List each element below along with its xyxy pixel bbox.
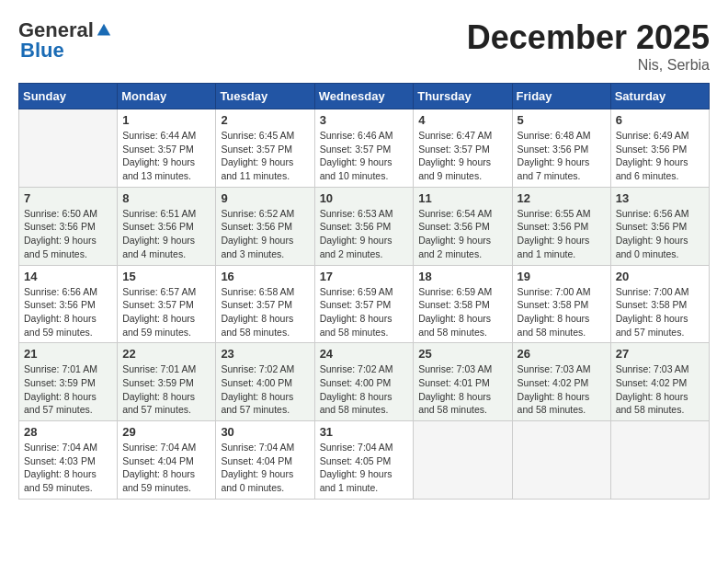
calendar-cell: 13Sunrise: 6:56 AM Sunset: 3:56 PM Dayli… [610,187,709,265]
cell-info: Sunrise: 6:54 AM Sunset: 3:56 PM Dayligh… [418,207,506,261]
calendar-week-row: 1Sunrise: 6:44 AM Sunset: 3:57 PM Daylig… [19,109,710,188]
calendar-week-row: 21Sunrise: 7:01 AM Sunset: 3:59 PM Dayli… [19,343,710,421]
day-number: 16 [221,270,309,283]
day-number: 21 [24,347,112,361]
day-number: 6 [616,113,704,127]
cell-info: Sunrise: 6:56 AM Sunset: 3:56 PM Dayligh… [24,285,112,339]
calendar-header-row: SundayMondayTuesdayWednesdayThursdayFrid… [19,84,710,109]
calendar-cell: 5Sunrise: 6:48 AM Sunset: 3:56 PM Daylig… [512,109,610,188]
calendar-cell: 24Sunrise: 7:02 AM Sunset: 4:00 PM Dayli… [314,343,414,421]
calendar-cell: 22Sunrise: 7:01 AM Sunset: 3:59 PM Dayli… [118,343,216,421]
calendar-cell: 30Sunrise: 7:04 AM Sunset: 4:04 PM Dayli… [216,421,314,500]
cell-info: Sunrise: 7:02 AM Sunset: 4:00 PM Dayligh… [221,362,309,417]
calendar-cell: 3Sunrise: 6:46 AM Sunset: 3:57 PM Daylig… [314,109,414,188]
cell-info: Sunrise: 6:49 AM Sunset: 3:56 PM Dayligh… [616,129,704,183]
day-number: 10 [320,191,409,205]
calendar-cell: 9Sunrise: 6:52 AM Sunset: 3:56 PM Daylig… [216,187,314,265]
calendar-cell: 21Sunrise: 7:01 AM Sunset: 3:59 PM Dayli… [19,343,118,421]
day-number: 28 [24,425,112,439]
calendar-cell: 27Sunrise: 7:03 AM Sunset: 4:02 PM Dayli… [610,343,709,421]
col-header-tuesday: Tuesday [216,84,314,109]
calendar-cell: 15Sunrise: 6:57 AM Sunset: 3:57 PM Dayli… [118,265,216,343]
calendar-table: SundayMondayTuesdayWednesdayThursdayFrid… [18,83,710,500]
calendar-cell: 25Sunrise: 7:03 AM Sunset: 4:01 PM Dayli… [414,343,512,421]
cell-info: Sunrise: 6:58 AM Sunset: 3:57 PM Dayligh… [221,285,309,339]
day-number: 1 [122,113,210,127]
day-number: 15 [122,270,210,283]
cell-info: Sunrise: 7:00 AM Sunset: 3:58 PM Dayligh… [616,285,704,339]
cell-info: Sunrise: 6:52 AM Sunset: 3:56 PM Dayligh… [221,207,309,261]
col-header-wednesday: Wednesday [314,84,414,109]
col-header-thursday: Thursday [414,84,512,109]
col-header-monday: Monday [118,84,216,109]
calendar-week-row: 14Sunrise: 6:56 AM Sunset: 3:56 PM Dayli… [19,265,710,343]
day-number: 19 [518,270,606,283]
calendar-cell: 6Sunrise: 6:49 AM Sunset: 3:56 PM Daylig… [610,109,709,188]
cell-info: Sunrise: 6:48 AM Sunset: 3:56 PM Dayligh… [518,129,606,183]
cell-info: Sunrise: 7:01 AM Sunset: 3:59 PM Dayligh… [122,362,210,417]
cell-info: Sunrise: 6:46 AM Sunset: 3:57 PM Dayligh… [320,129,409,183]
calendar-cell: 19Sunrise: 7:00 AM Sunset: 3:58 PM Dayli… [512,265,610,343]
month-title: December 2025 [467,18,710,57]
day-number: 29 [122,425,210,439]
cell-info: Sunrise: 6:51 AM Sunset: 3:56 PM Dayligh… [122,207,210,261]
day-number: 3 [320,113,409,127]
cell-info: Sunrise: 6:47 AM Sunset: 3:57 PM Dayligh… [418,129,506,183]
calendar-week-row: 7Sunrise: 6:50 AM Sunset: 3:56 PM Daylig… [19,187,710,265]
cell-info: Sunrise: 6:57 AM Sunset: 3:57 PM Dayligh… [122,285,210,339]
calendar-cell: 28Sunrise: 7:04 AM Sunset: 4:03 PM Dayli… [19,421,118,500]
day-number: 27 [616,347,704,361]
calendar-cell [610,421,709,500]
day-number: 22 [122,347,210,361]
logo: General Blue [18,18,112,63]
calendar-cell: 26Sunrise: 7:03 AM Sunset: 4:02 PM Dayli… [512,343,610,421]
day-number: 14 [24,270,112,283]
day-number: 24 [320,347,409,361]
logo-icon [96,22,112,39]
day-number: 20 [616,270,704,283]
location: Nis, Serbia [467,57,710,74]
calendar-cell: 18Sunrise: 6:59 AM Sunset: 3:58 PM Dayli… [414,265,512,343]
title-block: December 2025 Nis, Serbia [467,18,710,74]
day-number: 8 [122,191,210,205]
calendar-cell [19,109,118,188]
calendar-cell: 29Sunrise: 7:04 AM Sunset: 4:04 PM Dayli… [118,421,216,500]
calendar-cell: 7Sunrise: 6:50 AM Sunset: 3:56 PM Daylig… [19,187,118,265]
calendar-cell: 8Sunrise: 6:51 AM Sunset: 3:56 PM Daylig… [118,187,216,265]
svg-marker-0 [97,24,110,36]
calendar-cell: 17Sunrise: 6:59 AM Sunset: 3:57 PM Dayli… [314,265,414,343]
cell-info: Sunrise: 7:03 AM Sunset: 4:02 PM Dayligh… [518,362,606,417]
cell-info: Sunrise: 7:03 AM Sunset: 4:01 PM Dayligh… [418,362,506,417]
day-number: 7 [24,191,112,205]
day-number: 13 [616,191,704,205]
calendar-cell: 16Sunrise: 6:58 AM Sunset: 3:57 PM Dayli… [216,265,314,343]
day-number: 25 [418,347,506,361]
cell-info: Sunrise: 6:56 AM Sunset: 3:56 PM Dayligh… [616,207,704,261]
cell-info: Sunrise: 7:00 AM Sunset: 3:58 PM Dayligh… [518,285,606,339]
calendar-cell: 14Sunrise: 6:56 AM Sunset: 3:56 PM Dayli… [19,265,118,343]
cell-info: Sunrise: 6:45 AM Sunset: 3:57 PM Dayligh… [221,129,309,183]
day-number: 5 [518,113,606,127]
day-number: 26 [518,347,606,361]
cell-info: Sunrise: 6:50 AM Sunset: 3:56 PM Dayligh… [24,207,112,261]
cell-info: Sunrise: 7:04 AM Sunset: 4:03 PM Dayligh… [24,441,112,495]
calendar-cell [512,421,610,500]
logo-blue: Blue [20,39,64,62]
calendar-cell: 4Sunrise: 6:47 AM Sunset: 3:57 PM Daylig… [414,109,512,188]
calendar-cell: 23Sunrise: 7:02 AM Sunset: 4:00 PM Dayli… [216,343,314,421]
cell-info: Sunrise: 6:59 AM Sunset: 3:57 PM Dayligh… [320,285,409,339]
cell-info: Sunrise: 6:44 AM Sunset: 3:57 PM Dayligh… [122,129,210,183]
cell-info: Sunrise: 7:04 AM Sunset: 4:05 PM Dayligh… [320,441,409,495]
day-number: 23 [221,347,309,361]
day-number: 12 [518,191,606,205]
cell-info: Sunrise: 7:01 AM Sunset: 3:59 PM Dayligh… [24,362,112,417]
col-header-friday: Friday [512,84,610,109]
day-number: 4 [418,113,506,127]
col-header-sunday: Sunday [19,84,118,109]
page-header: General Blue December 2025 Nis, Serbia [18,18,710,74]
cell-info: Sunrise: 7:04 AM Sunset: 4:04 PM Dayligh… [122,441,210,495]
day-number: 17 [320,270,409,283]
calendar-cell: 1Sunrise: 6:44 AM Sunset: 3:57 PM Daylig… [118,109,216,188]
day-number: 9 [221,191,309,205]
day-number: 11 [418,191,506,205]
